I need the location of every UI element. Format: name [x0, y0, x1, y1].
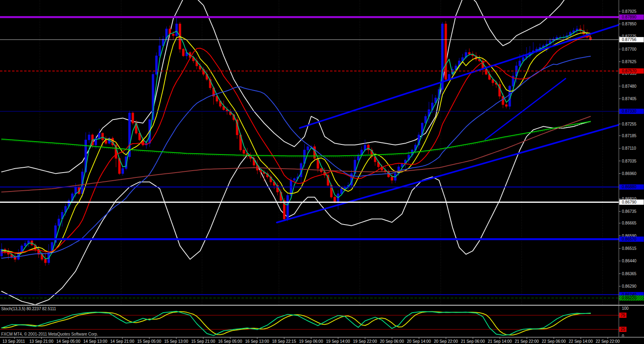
price-tick-label: 0.86440 [622, 259, 637, 263]
candle-bear [132, 111, 134, 125]
candle-bull [559, 35, 561, 39]
price-badge: 0.87890 [619, 14, 644, 20]
candle-bear [391, 173, 393, 184]
candle-bear [270, 174, 272, 185]
candle-bull [529, 46, 531, 59]
time-tick-label: 19 Sep 22:00 [353, 339, 377, 344]
time-tick-label: 21 Sep 06:00 [461, 339, 485, 344]
time-tick-label: 21 Sep 22:00 [515, 339, 539, 344]
candle-bear [250, 152, 252, 162]
candle-bull [337, 190, 339, 210]
candle-bear [256, 160, 258, 174]
price-tick-label: 0.86515 [622, 246, 637, 251]
candle-bull [48, 244, 50, 265]
time-tick-label: 15 Sep 05:00 [137, 339, 161, 344]
candle-bull [553, 37, 555, 43]
candle-bear [472, 51, 474, 59]
candle-bear [371, 148, 373, 160]
price-badge: 0.87330 [619, 109, 644, 114]
candle-bull [155, 52, 157, 76]
candle-bull [351, 170, 353, 188]
time-tick-label: 20 Sep 22:00 [434, 339, 458, 344]
candle-bear [44, 253, 46, 266]
price-badge-label: 0.86880 [622, 185, 637, 189]
candle-bull [394, 173, 396, 183]
price-tick-label: 0.87850 [622, 22, 637, 26]
stochastic-indicator-label: Stoch(13,3,5) 80.2237 82.5111 [1, 307, 56, 311]
time-tick-label: 13 Sep 2011 [2, 339, 25, 344]
price-tick-label: 0.87625 [622, 60, 637, 64]
candle-bull [428, 102, 430, 123]
stoch-level-badge-label: 25 [621, 327, 625, 332]
price-badge: 0.87570 [619, 68, 644, 74]
candle-bear [253, 155, 255, 168]
price-badge-label: 0.86220 [622, 296, 637, 300]
ma-yellow [2, 33, 590, 253]
copyright-text: FXCM MT4, © 2001-2011 MetaQuotes Softwar… [1, 332, 98, 336]
time-tick-label: 15 Sep 21:00 [191, 339, 215, 344]
price-tick-label: 0.86735 [622, 209, 637, 214]
candle-bear [506, 102, 508, 108]
stochastic-axis[interactable]: 10007525 [619, 306, 644, 337]
ma-blue [2, 56, 590, 258]
price-badge: 0.86880 [619, 184, 644, 190]
price-tick-label: 0.86290 [622, 284, 637, 288]
price-badge: 0.86570 [619, 237, 644, 242]
candle-bull [566, 33, 568, 39]
candle-bull [88, 132, 90, 143]
price-badge-label: 0.86570 [622, 237, 637, 241]
bollinger-lower-line [2, 122, 590, 305]
price-badge-label: 0.87756 [622, 37, 637, 42]
candle-bear [14, 254, 16, 262]
time-tick-label: 19 Sep 14:00 [326, 339, 350, 344]
candle-bull [17, 249, 19, 260]
candle-bull [442, 22, 444, 97]
price-tick-label: 0.87035 [622, 159, 637, 163]
price-badge-label: 0.87570 [622, 69, 637, 73]
candle-bear [277, 183, 279, 196]
time-axis[interactable]: 13 Sep 201113 Sep 21:0014 Sep 05:0014 Se… [0, 338, 644, 344]
time-tick-label: 21 Sep 14:00 [488, 339, 512, 344]
trend-line-3[interactable] [485, 78, 566, 140]
candle-bull [563, 35, 565, 39]
candle-bear [196, 58, 198, 69]
time-tick-label: 20 Sep 14:00 [407, 339, 431, 344]
price-tick-label: 0.87255 [622, 122, 637, 126]
price-tick-label: 0.86960 [622, 171, 637, 176]
time-tick-label: 15 Sep 13:00 [164, 339, 188, 344]
price-badge-label: 0.86790 [622, 200, 637, 204]
candles [1, 17, 592, 266]
price-tick-label: 0.87110 [622, 146, 636, 150]
time-tick-label: 16 Sep 13:00 [245, 339, 269, 344]
candle-bear [182, 48, 184, 57]
candle-bear [579, 25, 581, 33]
candle-bear [445, 21, 447, 81]
stoch-level-badge-label: 75 [621, 313, 625, 317]
candle-bull [165, 27, 167, 46]
time-tick-label: 14 Sep 21:00 [110, 339, 134, 344]
time-tick-label: 16 Sep 05:00 [218, 339, 242, 344]
price-tick-label: 0.87700 [622, 47, 637, 51]
ma-brown [2, 116, 590, 192]
time-tick-label: 22 Sep 06:00 [542, 339, 566, 344]
candle-bull [293, 177, 295, 181]
stoch-level-badge: 75 [619, 313, 627, 318]
time-tick-label: 18 Sep 22:15 [272, 339, 296, 344]
price-badge: 0.86220 [619, 295, 644, 301]
price-tick-label: 0.87925 [622, 9, 637, 14]
stoch-level-badge: 25 [619, 327, 627, 332]
bollinger-bands [2, 0, 590, 305]
price-tick-label: 0.87405 [622, 97, 637, 101]
candle-bear [236, 117, 238, 139]
price-tick-label: 0.86665 [622, 221, 637, 225]
period-separators [40, 0, 603, 305]
time-tick-label: 22 Sep 14:00 [569, 339, 593, 344]
price-axis[interactable]: 0.879250.878500.877750.877000.876250.875… [619, 0, 644, 305]
price-badge-label: 0.87330 [622, 109, 637, 113]
candle-bull [98, 129, 100, 140]
candle-bear [482, 58, 484, 75]
time-tick-label: 19 Sep 06:00 [299, 339, 323, 344]
candle-bull [58, 215, 60, 227]
stoch-scale-0: 0 [622, 334, 624, 337]
price-chart-pane[interactable] [0, 0, 619, 305]
